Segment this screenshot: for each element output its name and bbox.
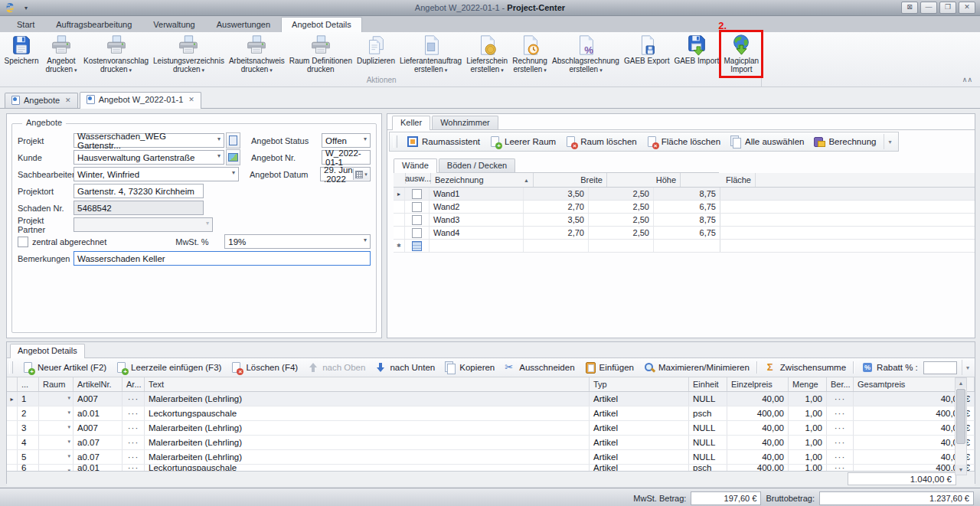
- room-toolbar-button[interactable]: Fläche löschen: [642, 133, 725, 150]
- ribbon-button[interactable]: GAEB Export: [622, 32, 671, 76]
- col-ar[interactable]: Ar...: [122, 377, 145, 391]
- zentral-checkbox[interactable]: [18, 237, 28, 247]
- ribbon-button[interactable]: % Abschlagsrechnungerstellen: [550, 32, 622, 76]
- details-toolbar-button[interactable]: nach Oben: [302, 359, 370, 376]
- toolbar-grip[interactable]: [9, 361, 13, 374]
- ribbon-button[interactable]: Lieferscheinerstellen: [464, 32, 510, 76]
- details-toolbar-button[interactable]: nach Unten: [370, 359, 439, 376]
- details-toolbar-button[interactable]: Rabatt % :: [857, 359, 962, 376]
- details-toolbar-button[interactable]: Einfügen: [580, 359, 639, 376]
- details-toolbar-button[interactable]: Maximieren/Minimieren: [639, 359, 754, 376]
- col-einzelpreis[interactable]: Einzelpreis: [727, 377, 789, 391]
- text-ellipsis-button[interactable]: [122, 436, 145, 449]
- room-toolbar-button[interactable]: Alle auswählen: [725, 133, 808, 150]
- ribbon-button[interactable]: Rechnungerstellen: [510, 32, 550, 76]
- wall-row[interactable]: Wand3 3,50 2,50 8,75: [394, 214, 975, 227]
- berechnung-ellipsis-button[interactable]: [827, 465, 854, 471]
- schaden-nr-input[interactable]: 5468542: [74, 201, 204, 215]
- projektort-input[interactable]: Gartenstr. 4, 73230 Kirchheim: [74, 184, 204, 198]
- article-row[interactable]: 2 a0.01 Leckortungspauschale Artikel psc…: [7, 406, 975, 421]
- bemerkungen-input[interactable]: Wasserschaden Keller: [74, 251, 371, 266]
- room-toolbar-button[interactable]: Leerer Raum: [485, 133, 560, 150]
- document-tab[interactable]: Angebot W_2022-01-1 ✕: [80, 92, 201, 109]
- text-ellipsis-button[interactable]: [122, 421, 145, 435]
- ribbon-button[interactable]: Duplizieren: [354, 32, 397, 76]
- mwst-combobox[interactable]: 19%: [224, 234, 371, 249]
- ribbon-button[interactable]: Angebotdrucken: [41, 32, 81, 76]
- scrollbar-thumb[interactable]: [956, 389, 965, 444]
- tab-close-icon[interactable]: ✕: [188, 96, 194, 103]
- text-ellipsis-button[interactable]: [122, 392, 145, 406]
- room-toolbar-button[interactable]: Raumassistent: [402, 133, 485, 150]
- ribbon-button[interactable]: Speichern: [2, 32, 41, 76]
- ribbon-tab[interactable]: Start: [6, 17, 45, 32]
- details-tab[interactable]: Angebot Details: [10, 344, 85, 358]
- sachbearbeiter-combobox[interactable]: Winter, Winfried: [74, 167, 239, 181]
- open-project-button[interactable]: [226, 132, 240, 149]
- col-einheit[interactable]: Einheit: [689, 377, 727, 391]
- status-combobox[interactable]: Offen: [322, 133, 371, 148]
- ribbon-button[interactable]: MagicplanImport 2.: [721, 32, 761, 76]
- rabatt-input[interactable]: [923, 361, 957, 374]
- ribbon-button[interactable]: Kostenvoranschlagdrucken: [81, 32, 151, 76]
- article-row[interactable]: 6 a0.01 Leckortungspauschale Artikel psc…: [7, 465, 975, 471]
- details-toolbar-button[interactable]: Kopieren: [439, 359, 499, 376]
- raum-cell-dropdown[interactable]: [39, 465, 74, 471]
- wall-row[interactable]: Wand4 2,70 2,50 6,75: [394, 227, 975, 240]
- quick-access-caret-icon[interactable]: ▾: [24, 5, 28, 11]
- projekt-partner-combobox[interactable]: [74, 217, 213, 232]
- details-toolbar-button[interactable]: Leerzeile einfügen (F3): [111, 359, 226, 376]
- article-row[interactable]: 3 A007 Malerarbeiten (Lehrling) Artikel …: [7, 421, 975, 436]
- close-button[interactable]: ✕: [959, 2, 975, 14]
- row-checkbox[interactable]: [412, 189, 422, 199]
- scroll-up-icon[interactable]: ▲: [956, 378, 966, 388]
- date-picker-button[interactable]: [353, 168, 369, 180]
- berechnung-ellipsis-button[interactable]: [827, 436, 854, 449]
- ribbon-button[interactable]: GAEB Import: [671, 32, 721, 76]
- minimize-button[interactable]: —: [920, 2, 937, 14]
- ribbon-button[interactable]: Leistungsverzeichnisdrucken: [151, 32, 227, 76]
- article-row[interactable]: 4 a0.07 Malerarbeiten (Lehrling) Artikel…: [7, 436, 975, 450]
- tab-close-icon[interactable]: ✕: [65, 96, 71, 104]
- projekt-combobox[interactable]: Wasserschaden_WEG Gartenstr...: [74, 133, 224, 148]
- room-toolbar-button[interactable]: Berechnung: [808, 133, 880, 150]
- toolbar-overflow-button[interactable]: ▾: [884, 134, 895, 149]
- col-hoehe[interactable]: Höhe: [607, 173, 681, 187]
- col-breite[interactable]: Breite: [534, 173, 607, 187]
- details-toolbar-button[interactable]: Löschen (F4): [226, 359, 302, 376]
- wall-new-row[interactable]: [394, 240, 975, 253]
- toolbar-grip[interactable]: [394, 135, 397, 148]
- details-toolbar-button[interactable]: Neuer Artikel (F2): [18, 359, 111, 376]
- scroll-down-icon[interactable]: ▼: [956, 465, 966, 475]
- surface-tab[interactable]: Böden / Decken: [439, 158, 515, 172]
- angebot-nr-input[interactable]: W_2022-01-1: [322, 150, 371, 165]
- col-typ[interactable]: Typ: [590, 377, 689, 391]
- details-toolbar-button[interactable]: Zwischensumme: [760, 359, 851, 376]
- col-ausw[interactable]: ausw...: [406, 173, 431, 184]
- toolbar-overflow-button[interactable]: ▾: [962, 360, 973, 375]
- article-row[interactable]: 1 A007 Malerarbeiten (Lehrling) Artikel …: [7, 392, 975, 406]
- col-flaeche[interactable]: Fläche: [681, 173, 756, 187]
- ribbon-button[interactable]: Raum Definitionendrucken: [287, 32, 354, 76]
- berechnung-ellipsis-button[interactable]: [827, 421, 854, 435]
- col-menge[interactable]: Menge: [789, 377, 827, 391]
- collapse-ribbon-icon[interactable]: ∧∧: [962, 76, 972, 83]
- ribbon-tab[interactable]: Auswertungen: [206, 17, 281, 32]
- text-ellipsis-button[interactable]: [122, 450, 145, 464]
- col-artikelnr[interactable]: ArtikelNr.: [74, 377, 122, 391]
- col-ber[interactable]: Ber...: [827, 377, 854, 391]
- text-ellipsis-button[interactable]: [122, 465, 145, 471]
- room-tab[interactable]: Keller: [392, 116, 430, 130]
- ribbon-tab[interactable]: Verwaltung: [142, 17, 205, 32]
- document-tab[interactable]: Angebote ✕: [5, 93, 78, 108]
- berechnung-ellipsis-button[interactable]: [827, 406, 854, 420]
- surface-tab[interactable]: Wände: [394, 158, 437, 173]
- article-row[interactable]: 5 a0.07 Malerarbeiten (Lehrling) Artikel…: [7, 450, 975, 465]
- ribbon-button[interactable]: Lieferantenauftragerstellen: [397, 32, 464, 76]
- wall-row[interactable]: Wand2 2,70 2,50 6,75: [394, 201, 975, 214]
- col-text[interactable]: Text: [145, 377, 590, 391]
- col-raum[interactable]: Raum: [39, 377, 74, 391]
- raum-cell-dropdown[interactable]: [39, 406, 74, 420]
- raum-cell-dropdown[interactable]: [39, 450, 74, 464]
- kunde-combobox[interactable]: Hausverwaltung Gartenstraße: [74, 150, 224, 165]
